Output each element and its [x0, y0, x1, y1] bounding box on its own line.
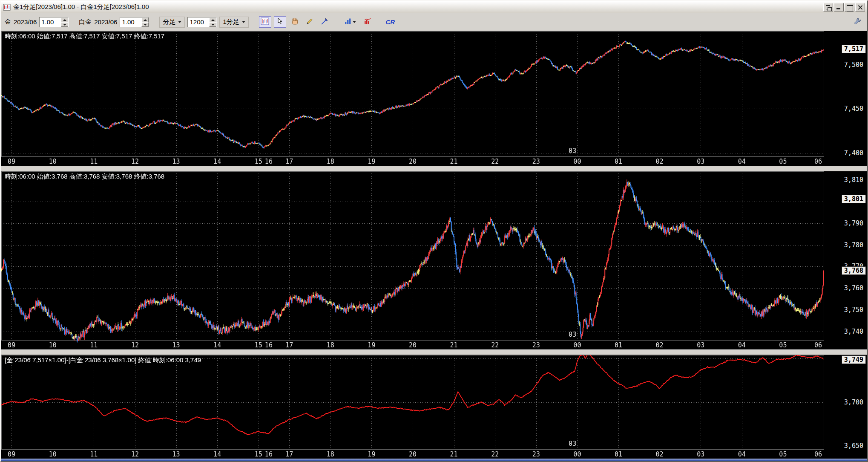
interval-label: 1分足: [223, 18, 239, 26]
dropdown-arrow-icon: [242, 21, 245, 23]
platinum-info-line: 時刻:06:00 始値:3,768 高値:3,768 安値:3,768 終値:3…: [5, 173, 164, 181]
price-tick-label: 3,740: [844, 328, 863, 335]
spin-up-icon[interactable]: [209, 17, 216, 22]
spread-price-axis: 3,6503,7003,7503,749: [824, 355, 867, 459]
hand-icon: [291, 17, 299, 26]
red-chart-button[interactable]: [362, 16, 374, 28]
cr-tool-label: CR: [385, 18, 395, 26]
spin-down-icon[interactable]: [141, 22, 149, 27]
platinum-chart-canvas[interactable]: [1, 171, 824, 349]
current-price-box: 3,768: [842, 266, 866, 275]
bar-count-spinner: [187, 17, 217, 27]
price-tick-label: 3,760: [844, 284, 863, 292]
platinum-multiplier-input[interactable]: [120, 17, 141, 27]
red-chart-icon: [364, 17, 371, 26]
platinum-multiplier-spinner: [120, 17, 149, 27]
price-tick-label: 3,700: [844, 398, 863, 406]
app-icon: [3, 4, 11, 11]
platinum-label: 白金: [79, 18, 92, 26]
spin-up-icon[interactable]: [61, 17, 68, 22]
spread-chart-canvas[interactable]: [1, 355, 824, 459]
pen-line-icon: [321, 17, 328, 26]
cr-tool-button[interactable]: CR: [384, 16, 397, 28]
spread-info-line: [金 23/06 7,517×1.00]-[白金 23/06 3,768×1.0…: [5, 356, 201, 364]
pointer-icon: [276, 17, 284, 26]
bottom-scrollbar-strip[interactable]: [1, 459, 867, 461]
gold-chart-canvas[interactable]: [1, 31, 824, 166]
price-tick-label: 7,400: [844, 149, 863, 157]
chart-panel-gold: 7,4007,4507,5007,517 時刻:06:00 始値:7,517 高…: [1, 31, 867, 166]
price-tick-label: 7,450: [844, 105, 863, 113]
gold-multiplier-spin-buttons: [61, 17, 68, 27]
bar-chart-icon: [344, 17, 352, 26]
platinum-multiplier-spin-buttons: [141, 17, 149, 27]
bar-count-input[interactable]: [188, 17, 209, 27]
panel-splitter[interactable]: [1, 166, 867, 171]
price-tick-label: 3,780: [844, 241, 863, 249]
spin-down-icon[interactable]: [209, 22, 216, 27]
pan-hand-button[interactable]: [289, 16, 301, 28]
price-tick-label: 3,650: [844, 442, 863, 450]
gold-multiplier-input[interactable]: [40, 17, 61, 27]
title-bar: 金1分足[2023/06]1.00 - 白金1分足[2023/06]1.00: [1, 1, 867, 13]
chart-panel-platinum: 3,7403,7503,7603,7703,7803,7903,8103,801…: [1, 171, 867, 349]
current-price-box: 3,749: [842, 355, 866, 364]
dropdown-arrow-icon: [353, 21, 356, 23]
price-marker-box: 3,801: [842, 195, 866, 203]
period-type-dropdown[interactable]: 分足: [159, 17, 185, 28]
chart-panel-spread: 3,6503,7003,7503,749 [金 23/06 7,517×1.00…: [1, 355, 867, 459]
period-type-label: 分足: [163, 18, 175, 26]
pencil-icon: [306, 17, 313, 26]
price-tick-label: 7,500: [844, 61, 863, 69]
gold-price-axis: 7,4007,4507,5007,517: [824, 31, 867, 166]
price-tick-label: 3,750: [844, 306, 863, 314]
spin-up-icon[interactable]: [141, 17, 149, 22]
gold-info-line: 時刻:06:00 始値:7,517 高値:7,517 安値:7,517 終値:7…: [5, 32, 164, 40]
gold-contract-select[interactable]: 2023/06: [14, 18, 37, 26]
draw-pencil-button[interactable]: [304, 16, 316, 28]
bar-chart-menu-button[interactable]: [341, 16, 359, 28]
gold-multiplier-spinner: [39, 17, 69, 27]
current-price-box: 7,517: [842, 45, 866, 53]
app-window: 金1分足[2023/06]1.00 - 白金1分足[2023/06]1.00 金…: [0, 0, 868, 462]
chart-area: 7,4007,4507,5007,517 時刻:06:00 始値:7,517 高…: [1, 31, 867, 459]
gold-label: 金: [5, 18, 11, 26]
interval-dropdown[interactable]: 1分足: [219, 17, 248, 28]
spin-down-icon[interactable]: [61, 22, 68, 27]
draw-line-button[interactable]: [319, 16, 331, 28]
close-button[interactable]: [855, 3, 865, 12]
dropdown-arrow-icon: [178, 21, 181, 23]
window-controls: [823, 3, 865, 12]
maximize-button[interactable]: [845, 3, 854, 12]
minimize-button[interactable]: [834, 3, 844, 12]
price-tick-label: 3,790: [844, 219, 863, 227]
float-window-button[interactable]: [823, 3, 833, 12]
select-pointer-button[interactable]: [274, 16, 286, 28]
settings-wrench-button[interactable]: [851, 16, 863, 28]
platinum-price-axis: 3,7403,7503,7603,7703,7803,7903,8103,801…: [824, 171, 867, 349]
panel-splitter[interactable]: [1, 349, 867, 355]
wrench-icon: [853, 17, 862, 27]
chart-window-icon: [261, 17, 269, 26]
toolbar: 金 2023/06 白金 2023/06 分足: [1, 13, 867, 31]
bar-count-spin-buttons: [209, 17, 216, 27]
window-title: 金1分足[2023/06]1.00 - 白金1分足[2023/06]1.00: [13, 3, 149, 11]
chart-window-button[interactable]: [259, 16, 271, 28]
platinum-contract-select[interactable]: 2023/06: [94, 18, 117, 26]
price-tick-label: 3,810: [844, 176, 863, 184]
